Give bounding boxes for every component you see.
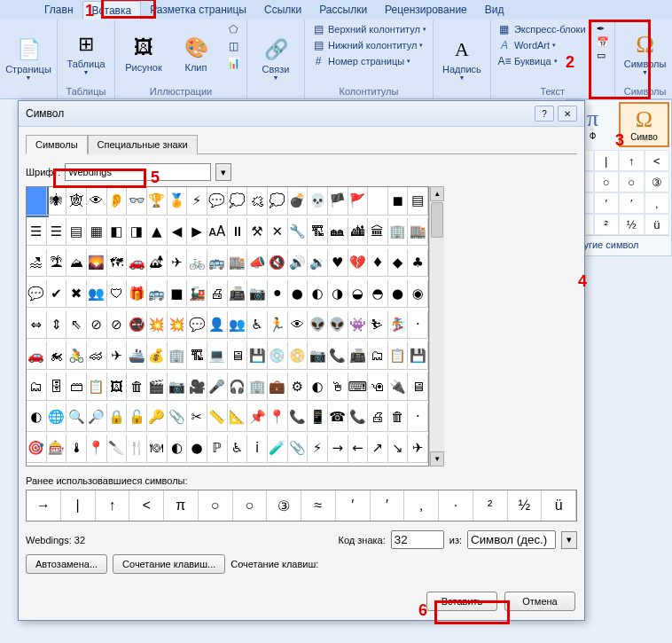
char-cell[interactable]: 📍: [268, 404, 288, 432]
char-cell[interactable]: 👁: [288, 311, 309, 340]
char-cell[interactable]: ◓: [368, 280, 388, 309]
help-button[interactable]: ?: [535, 106, 554, 122]
recent-cell[interactable]: ○: [233, 490, 268, 521]
char-cell[interactable]: 💿: [268, 341, 288, 370]
char-cell[interactable]: 📀: [288, 341, 309, 370]
char-cell[interactable]: ◐: [308, 372, 328, 401]
char-cell[interactable]: ●: [187, 435, 207, 463]
char-cell[interactable]: 🔍: [66, 404, 87, 432]
table-button[interactable]: ⊞ Таблица ▼: [61, 21, 111, 84]
char-cell[interactable]: 🖥: [408, 372, 428, 401]
char-cell[interactable]: ⊘: [87, 311, 107, 340]
char-cell[interactable]: ♥: [328, 249, 348, 278]
char-cell[interactable]: ◨: [127, 218, 147, 247]
char-cell[interactable]: ▶: [187, 218, 207, 247]
char-cell[interactable]: 🚢: [127, 341, 147, 370]
char-cell[interactable]: ☰: [27, 218, 47, 247]
char-cell[interactable]: ●: [388, 280, 409, 309]
pages-button[interactable]: 📄 Страницы ▼: [4, 21, 53, 95]
char-cell[interactable]: ✕: [268, 218, 288, 247]
char-cell[interactable]: 💥: [168, 311, 188, 340]
char-cell[interactable]: ♣: [408, 249, 428, 278]
char-cell[interactable]: ᴀA: [207, 218, 228, 247]
char-cell[interactable]: ◑: [328, 280, 348, 309]
mini-symbol-cell[interactable]: <: [645, 150, 670, 171]
char-cell[interactable]: ⛷: [368, 311, 388, 340]
recent-cell[interactable]: ≈: [301, 490, 336, 521]
char-cell[interactable]: 🚂: [187, 280, 207, 309]
char-cell[interactable]: 🏂: [388, 311, 409, 340]
char-cell[interactable]: 🎤: [207, 372, 228, 401]
char-cell[interactable]: 🚭: [127, 311, 147, 340]
char-cell[interactable]: 🚩: [348, 187, 369, 216]
char-cell[interactable]: 🗄: [47, 372, 67, 401]
char-cell[interactable]: 💔: [348, 249, 369, 278]
char-cell[interactable]: 👥: [228, 311, 248, 340]
object-icon[interactable]: ▭: [597, 50, 609, 61]
char-cell[interactable]: ▲: [147, 218, 168, 247]
char-cell[interactable]: ●: [288, 280, 309, 309]
char-cell[interactable]: 🚲: [187, 249, 207, 278]
char-cell[interactable]: 🏖: [27, 249, 47, 278]
char-cell[interactable]: 🏍: [47, 341, 67, 370]
textbox-button[interactable]: A Надпись ▼: [437, 21, 487, 95]
char-cell[interactable]: 🔎: [87, 404, 107, 432]
char-cell[interactable]: 🎰: [47, 435, 67, 463]
char-cell[interactable]: ▤: [408, 187, 428, 216]
insert-button[interactable]: Вставить: [426, 592, 497, 611]
char-cell[interactable]: 📏: [207, 404, 228, 432]
char-cell[interactable]: 📷: [168, 372, 188, 401]
char-cell[interactable]: 📞: [328, 341, 348, 370]
mini-symbol-cell[interactable]: ③: [645, 171, 670, 192]
recent-cell[interactable]: ²: [473, 490, 508, 521]
char-cell[interactable]: 🎥: [187, 372, 207, 401]
char-cell[interactable]: 🗑: [127, 372, 147, 401]
char-cell[interactable]: ✔: [47, 280, 67, 309]
char-cell[interactable]: ⛰: [66, 249, 87, 278]
char-cell[interactable]: 🌡: [66, 435, 87, 463]
mini-symbol-cell[interactable]: ○: [594, 171, 620, 192]
char-cell[interactable]: 🏴: [328, 187, 348, 216]
char-cell[interactable]: 📋: [388, 341, 409, 370]
char-cell[interactable]: ⌨: [348, 372, 369, 401]
char-cell[interactable]: 🔌: [388, 372, 409, 401]
char-cell[interactable]: 💻: [207, 341, 228, 370]
chart-button[interactable]: 📊: [223, 55, 243, 71]
char-cell[interactable]: ←: [348, 435, 369, 463]
char-cell[interactable]: 💼: [268, 372, 288, 401]
tab-review[interactable]: Рецензирование: [376, 1, 476, 19]
char-cell[interactable]: 🖨: [368, 404, 388, 432]
grid-scrollbar[interactable]: ▲ ▼: [429, 186, 444, 467]
shortcut-button[interactable]: Сочетание клавиш...: [113, 554, 225, 574]
tab-layout[interactable]: Разметка страницы: [141, 1, 255, 19]
mini-symbol-cell[interactable]: ↑: [619, 150, 645, 171]
scroll-thumb[interactable]: [431, 202, 443, 238]
char-cell[interactable]: 🔧: [288, 218, 309, 247]
char-cell[interactable]: 🗯: [247, 187, 268, 216]
header-button[interactable]: ▤ Верхний колонтитул ▾: [309, 21, 429, 37]
char-cell[interactable]: 💥: [147, 311, 168, 340]
char-cell[interactable]: 🏅: [168, 187, 188, 216]
char-cell[interactable]: 💾: [408, 341, 428, 370]
char-cell[interactable]: i: [247, 435, 268, 463]
char-cell[interactable]: ⏸: [228, 218, 248, 247]
char-cell[interactable]: ♿: [247, 311, 268, 340]
char-cell[interactable]: ℙ: [207, 435, 228, 463]
char-cell[interactable]: ▦: [87, 218, 107, 247]
char-cell[interactable]: 🗂: [368, 341, 388, 370]
char-cell[interactable]: 🏙: [348, 218, 369, 247]
char-cell[interactable]: 📍: [87, 435, 107, 463]
char-cell[interactable]: ⚫: [268, 280, 288, 309]
char-cell[interactable]: 🖨: [207, 280, 228, 309]
tab-references[interactable]: Ссылки: [255, 1, 310, 19]
char-cell[interactable]: ◐: [168, 435, 188, 463]
char-cell[interactable]: ◉: [408, 280, 428, 309]
font-select[interactable]: [65, 163, 211, 181]
signature-icon[interactable]: ✒: [597, 23, 609, 35]
char-cell[interactable]: 💭: [268, 187, 288, 216]
font-dropdown-arrow[interactable]: ▾: [215, 163, 231, 181]
char-cell[interactable]: 🔓: [127, 404, 147, 432]
char-cell[interactable]: 🗺: [107, 249, 128, 278]
char-cell[interactable]: 🏗: [187, 341, 207, 370]
recent-cell[interactable]: ·: [439, 490, 473, 521]
